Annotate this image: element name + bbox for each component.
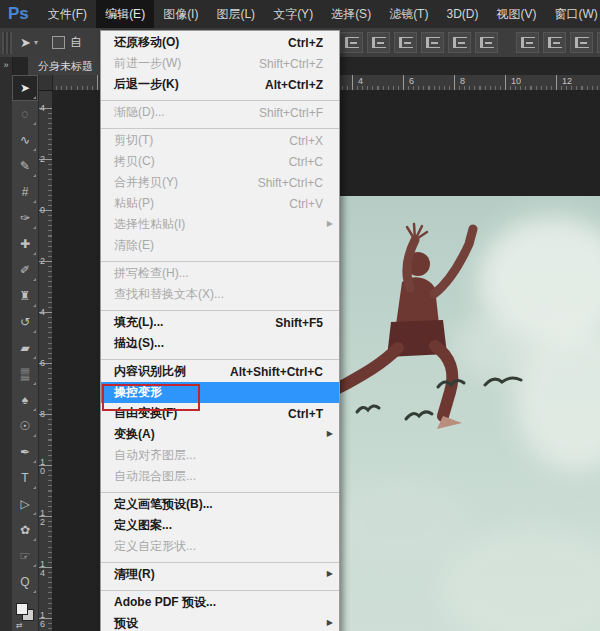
collapse-panels-icon[interactable]: » xyxy=(0,60,12,70)
menu-type[interactable]: 文字(Y) xyxy=(264,0,322,28)
menu-item-label: 查找和替换文本(X)... xyxy=(114,286,224,303)
menu-item[interactable]: 渐隐(D)... Shift+Ctrl+F ▶ xyxy=(101,102,339,123)
align-right-edges-button[interactable] xyxy=(475,32,498,53)
marquee-tool[interactable]: ◌ xyxy=(12,101,38,127)
eraser-tool[interactable]: ▰ xyxy=(12,335,38,361)
custom-shape-tool[interactable]: ✿ xyxy=(12,517,38,543)
menu-item[interactable]: 还原移动(O) Ctrl+Z ▶ xyxy=(101,32,339,53)
menu-item-label: 渐隐(D)... xyxy=(114,104,165,121)
menu-item[interactable]: 定义画笔预设(B)... ▶ xyxy=(101,494,339,515)
swap-colors-icon[interactable]: ⇄ xyxy=(16,621,23,630)
menu-item[interactable]: 定义图案... ▶ xyxy=(101,515,339,536)
ruler-number: 12 xyxy=(562,76,572,86)
menu-item[interactable]: ▶ xyxy=(101,354,339,361)
submenu-arrow-icon: ▶ xyxy=(327,429,333,438)
menu-item[interactable]: 定义自定形状... ▶ xyxy=(101,536,339,557)
lasso-tool[interactable]: ∿ xyxy=(12,127,38,153)
menu-item-label: 清理(R) xyxy=(114,566,155,583)
type-tool[interactable]: T xyxy=(12,465,38,491)
menu-item-label: 拼写检查(H)... xyxy=(114,265,189,282)
menu-item[interactable]: 合并拷贝(Y) Shift+Ctrl+C ▶ xyxy=(101,172,339,193)
pen-tool[interactable]: ✒ xyxy=(12,439,38,465)
menu-item-shortcut: Shift+Ctrl+F xyxy=(259,106,331,120)
menu-view[interactable]: 视图(V) xyxy=(487,0,545,28)
align-vertical-centers-button[interactable] xyxy=(367,32,390,53)
dodge-tool[interactable]: ☉ xyxy=(12,413,38,439)
blur-tool[interactable]: ♠ xyxy=(12,387,38,413)
menu-item[interactable]: ▶ xyxy=(101,256,339,263)
menu-item[interactable]: 粘贴(P) Ctrl+V ▶ xyxy=(101,193,339,214)
menu-3d[interactable]: 3D(D) xyxy=(437,0,487,28)
distribute-vertical-centers-button[interactable] xyxy=(543,32,566,53)
zoom-tool[interactable]: Q xyxy=(12,569,38,595)
ruler-number: 2 xyxy=(40,155,48,164)
clone-stamp-tool[interactable]: ♜ xyxy=(12,283,38,309)
red-annotation-box xyxy=(102,384,200,411)
quick-selection-tool[interactable]: ✎ xyxy=(12,153,38,179)
menu-item[interactable]: 填充(L)... Shift+F5 ▶ xyxy=(101,312,339,333)
submenu-arrow-icon: ▶ xyxy=(327,618,333,627)
menu-item[interactable]: ▶ xyxy=(101,95,339,102)
menu-item[interactable]: 拼写检查(H)... ▶ xyxy=(101,263,339,284)
brush-tool[interactable]: ✐ xyxy=(12,257,38,283)
menu-window[interactable]: 窗口(W) xyxy=(545,0,600,28)
menu-item-shortcut: Ctrl+V xyxy=(289,197,331,211)
menu-item[interactable]: 清除(E) ▶ xyxy=(101,235,339,256)
align-horizontal-centers-button[interactable] xyxy=(448,32,471,53)
menu-edit[interactable]: 编辑(E) xyxy=(96,0,154,28)
align-bottom-edges-button[interactable] xyxy=(394,32,417,53)
move-tool[interactable]: ➤ xyxy=(12,75,38,101)
crop-tool[interactable]: # xyxy=(12,179,38,205)
menu-item[interactable]: ▶ xyxy=(101,305,339,312)
ruler-number: 10 xyxy=(511,76,521,86)
path-selection-tool[interactable]: ▷ xyxy=(12,491,38,517)
tool-icon: ☞ xyxy=(20,550,31,562)
menu-item[interactable]: 自动对齐图层... ▶ xyxy=(101,445,339,466)
menu-filter[interactable]: 滤镜(T) xyxy=(380,0,437,28)
document-tab[interactable]: 分身未标题 xyxy=(28,57,103,75)
menu-select[interactable]: 选择(S) xyxy=(322,0,380,28)
auto-select-checkbox[interactable] xyxy=(52,36,65,49)
menu-item[interactable]: ▶ xyxy=(101,585,339,592)
menu-item[interactable]: 查找和替换文本(X)... ▶ xyxy=(101,284,339,305)
menu-item[interactable]: 剪切(T) Ctrl+X ▶ xyxy=(101,130,339,151)
move-tool-preset-icon[interactable]: ➤ xyxy=(20,35,31,50)
align-buttons xyxy=(340,28,600,57)
history-brush-tool[interactable]: ↺ xyxy=(12,309,38,335)
menu-item[interactable]: ▶ xyxy=(101,487,339,494)
tool-icon: ✎ xyxy=(20,160,30,172)
canvas-image[interactable] xyxy=(338,196,600,631)
hand-tool[interactable]: ☞ xyxy=(12,543,38,569)
menu-item[interactable]: 后退一步(K) Alt+Ctrl+Z ▶ xyxy=(101,74,339,95)
menu-file[interactable]: 文件(F) xyxy=(39,0,96,28)
menu-item[interactable]: 自动混合图层... ▶ xyxy=(101,466,339,487)
distribute-bottom-edges-button[interactable] xyxy=(570,32,593,53)
align-top-edges-button[interactable] xyxy=(340,32,363,53)
foreground-color-swatch[interactable] xyxy=(16,603,28,615)
chevron-down-icon[interactable]: ▾ xyxy=(34,38,38,47)
menu-item[interactable]: 变换(A) ▶ xyxy=(101,424,339,445)
menu-item[interactable]: 清理(R) ▶ xyxy=(101,564,339,585)
eyedropper-tool[interactable]: ✑ xyxy=(12,205,38,231)
color-swatches[interactable]: ⇄ xyxy=(14,601,36,627)
tool-icon: ✑ xyxy=(20,212,30,224)
menu-item-label: 还原移动(O) xyxy=(114,34,179,51)
menu-item[interactable]: ▶ xyxy=(101,123,339,130)
menu-item[interactable]: Adobe PDF 预设... ▶ xyxy=(101,592,339,613)
spot-healing-brush-tool[interactable]: ✚ xyxy=(12,231,38,257)
menu-item[interactable]: 拷贝(C) Ctrl+C ▶ xyxy=(101,151,339,172)
menu-item[interactable]: 选择性粘贴(I) ▶ xyxy=(101,214,339,235)
gradient-tool[interactable]: ▒ xyxy=(12,361,38,387)
photoshop-window: { "menu_bar": { "logo": "Ps", "items": [… xyxy=(0,0,600,631)
menu-item[interactable]: 预设 ▶ xyxy=(101,613,339,631)
menu-image[interactable]: 图像(I) xyxy=(154,0,207,28)
menu-item-label: 定义画笔预设(B)... xyxy=(114,496,213,513)
align-left-edges-button[interactable] xyxy=(421,32,444,53)
menu-item[interactable]: 前进一步(W) Shift+Ctrl+Z ▶ xyxy=(101,53,339,74)
menu-item[interactable]: ▶ xyxy=(101,557,339,564)
menu-layer[interactable]: 图层(L) xyxy=(207,0,264,28)
menu-item[interactable]: 描边(S)... ▶ xyxy=(101,333,339,354)
tools: ➤ ◌ ∿ ✎ # ✑ ✚ ✐ ♜ ↺ ▰ ▒ ♠ ☉ ✒ T xyxy=(12,75,38,595)
distribute-top-edges-button[interactable] xyxy=(516,32,539,53)
menu-item[interactable]: 内容识别比例 Alt+Shift+Ctrl+C ▶ xyxy=(101,361,339,382)
